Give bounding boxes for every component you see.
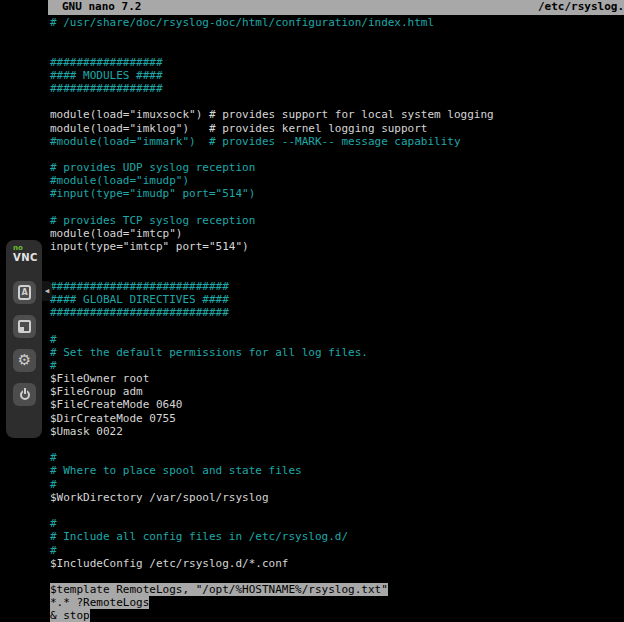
novnc-logo-vnc: VNC	[13, 253, 42, 263]
editor-line: ###########################	[50, 280, 624, 293]
editor-line: module(load="imklog") # provides kernel …	[50, 122, 624, 135]
editor-line: $template RemoteLogs, "/opt/%HOSTNAME%/r…	[50, 583, 624, 596]
editor-line: # Include all config files in /etc/rsysl…	[50, 530, 624, 543]
panel-collapse-handle[interactable]: ◀	[42, 281, 52, 301]
editor-line: $FileOwner root	[50, 372, 624, 385]
power-button[interactable]	[13, 383, 36, 406]
editor-line: $IncludeConfig /etc/rsyslog.d/*.conf	[50, 557, 624, 570]
editor-line: #	[50, 333, 624, 346]
clipboard-button[interactable]: A	[13, 281, 36, 304]
novnc-logo-no: no	[13, 245, 42, 252]
nano-editor: GNU nano 7.2 /etc/rsyslog. # /usr/share/…	[48, 0, 624, 622]
editor-line	[50, 42, 624, 55]
editor-line	[50, 29, 624, 42]
novnc-control-bar: no VNC ◀ A ⚙	[6, 240, 42, 438]
editor-line: #### MODULES ####	[50, 69, 624, 82]
editor-line	[50, 253, 624, 266]
editor-line: #	[50, 544, 624, 557]
desktop: GNU nano 7.2 /etc/rsyslog. # /usr/share/…	[0, 0, 624, 622]
chevron-left-icon: ◀	[45, 287, 49, 295]
editor-line: # provides UDP syslog reception	[50, 161, 624, 174]
editor-line: #################	[50, 82, 624, 95]
editor-line: # /usr/share/doc/rsyslog-doc/html/config…	[50, 16, 624, 29]
gear-icon: ⚙	[18, 353, 31, 368]
fullscreen-button[interactable]	[13, 315, 36, 338]
editor-line: & stop	[50, 609, 624, 622]
editor-line: # provides TCP syslog reception	[50, 214, 624, 227]
editor-content[interactable]: # /usr/share/doc/rsyslog-doc/html/config…	[48, 15, 624, 622]
editor-line: #################	[50, 56, 624, 69]
editor-line: $FileGroup adm	[50, 385, 624, 398]
editor-line: #	[50, 478, 624, 491]
editor-line	[50, 438, 624, 451]
editor-line: $WorkDirectory /var/spool/rsyslog	[50, 491, 624, 504]
editor-line: #module(load="immark") # provides --MARK…	[50, 135, 624, 148]
settings-button[interactable]: ⚙	[13, 349, 36, 372]
editor-line: $Umask 0022	[50, 425, 624, 438]
editor-line: $DirCreateMode 0755	[50, 412, 624, 425]
editor-line: #module(load="imudp")	[50, 174, 624, 187]
fullscreen-icon	[18, 320, 31, 333]
editor-line: $FileCreateMode 0640	[50, 398, 624, 411]
editor-line: #	[50, 451, 624, 464]
nano-version-label: GNU nano 7.2	[62, 0, 141, 15]
editor-line: #input(type="imudp" port="514")	[50, 187, 624, 200]
editor-line	[50, 148, 624, 161]
editor-line: module(load="imuxsock") # provides suppo…	[50, 108, 624, 121]
editor-line: *.* ?RemoteLogs	[50, 596, 624, 609]
nano-titlebar: GNU nano 7.2 /etc/rsyslog.	[48, 0, 624, 15]
editor-line: ###########################	[50, 306, 624, 319]
editor-line: #### GLOBAL DIRECTIVES ####	[50, 293, 624, 306]
editor-line	[50, 267, 624, 280]
novnc-logo: no VNC	[6, 240, 42, 263]
editor-line: #	[50, 517, 624, 530]
editor-line	[50, 570, 624, 583]
editor-line: # Where to place spool and state files	[50, 464, 624, 477]
editor-line: input(type="imtcp" port="514")	[50, 240, 624, 253]
power-icon	[19, 388, 31, 401]
editor-line: module(load="imtcp")	[50, 227, 624, 240]
editor-line: #	[50, 359, 624, 372]
nano-filename: /etc/rsyslog.	[538, 0, 624, 15]
editor-line: # Set the default permissions for all lo…	[50, 346, 624, 359]
editor-line	[50, 201, 624, 214]
clipboard-icon: A	[18, 285, 31, 300]
editor-line	[50, 319, 624, 332]
editor-line	[50, 504, 624, 517]
editor-line	[50, 95, 624, 108]
